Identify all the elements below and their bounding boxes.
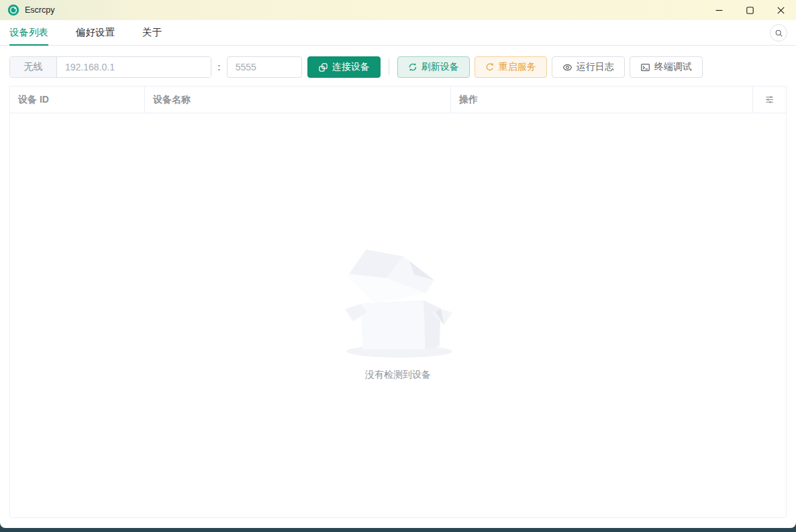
eye-icon: [562, 62, 573, 72]
column-header-actions: 操作: [451, 87, 753, 113]
tab-about[interactable]: 关于: [142, 20, 162, 45]
terminal-icon: [640, 62, 650, 72]
minimize-icon: [715, 7, 723, 14]
port-input[interactable]: [227, 56, 302, 78]
ip-port-separator: :: [217, 62, 221, 72]
refresh-right-icon: [485, 62, 495, 72]
tab-device-list[interactable]: 设备列表: [9, 20, 48, 45]
tab-bar: 设备列表 偏好设置 关于: [0, 20, 796, 46]
search-icon: [775, 29, 783, 38]
refresh-icon: [408, 62, 417, 72]
maximize-icon: [746, 7, 754, 14]
app-logo-icon: [7, 4, 19, 16]
refresh-devices-button[interactable]: 刷新设备: [397, 56, 470, 78]
wireless-label: 无线: [10, 57, 57, 77]
tab-preferences[interactable]: 偏好设置: [76, 20, 115, 45]
tab-label: 设备列表: [9, 26, 48, 39]
wireless-ip-group: 无线: [9, 56, 211, 78]
close-button[interactable]: [765, 0, 796, 20]
window-title: Escrcpy: [25, 5, 703, 15]
restart-service-button[interactable]: 重启服务: [475, 56, 547, 78]
ip-address-input[interactable]: [57, 57, 211, 77]
run-logs-label: 运行日志: [577, 61, 614, 73]
column-settings-button[interactable]: [753, 87, 786, 113]
close-icon: [777, 7, 785, 14]
restart-service-label: 重启服务: [499, 61, 536, 73]
tab-label: 偏好设置: [76, 26, 115, 39]
minimize-button[interactable]: [703, 0, 734, 20]
toolbar-divider: [389, 59, 389, 75]
connect-device-label: 连接设备: [332, 61, 370, 73]
app-window: Escrcpy 设备列表 偏好设置 关于: [0, 0, 796, 528]
empty-state: 没有检测到设备: [343, 244, 453, 381]
connect-device-button[interactable]: 连接设备: [307, 56, 381, 78]
terminal-debug-label: 终端调试: [654, 61, 692, 73]
tab-label: 关于: [142, 26, 162, 39]
sliders-icon: [764, 95, 775, 105]
empty-state-text: 没有检测到设备: [343, 369, 453, 381]
titlebar-drag-area[interactable]: Escrcpy: [0, 0, 796, 20]
terminal-debug-button[interactable]: 终端调试: [630, 56, 703, 78]
table-body: 没有检测到设备: [10, 113, 786, 517]
run-logs-button[interactable]: 运行日志: [552, 56, 625, 78]
column-header-device-id: 设备 ID: [10, 87, 145, 113]
refresh-devices-label: 刷新设备: [421, 61, 459, 73]
column-header-device-name: 设备名称: [145, 87, 451, 113]
link-icon: [318, 62, 328, 72]
device-table: 设备 ID 设备名称 操作: [9, 86, 787, 518]
connection-toolbar: 无线 : 连接设备 刷新设备: [0, 46, 796, 86]
table-header-row: 设备 ID 设备名称 操作: [10, 87, 786, 113]
window-controls: [703, 0, 796, 20]
maximize-button[interactable]: [734, 0, 765, 20]
empty-box-illustration: [343, 244, 453, 360]
search-button[interactable]: [770, 24, 787, 42]
